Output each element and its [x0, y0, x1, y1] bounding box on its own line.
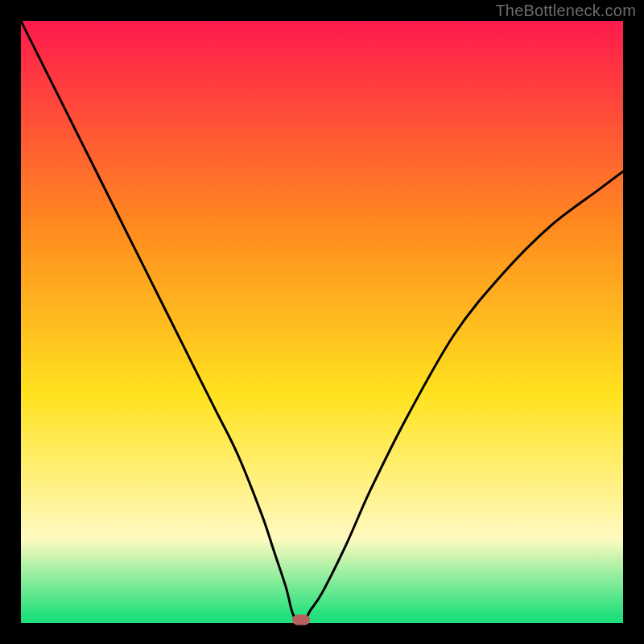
- watermark-text: TheBottleneck.com: [495, 2, 636, 20]
- bottleneck-curve: [21, 21, 623, 623]
- plot-area: [21, 21, 623, 623]
- outer-frame: TheBottleneck.com: [0, 0, 644, 644]
- optimal-marker: [292, 615, 310, 625]
